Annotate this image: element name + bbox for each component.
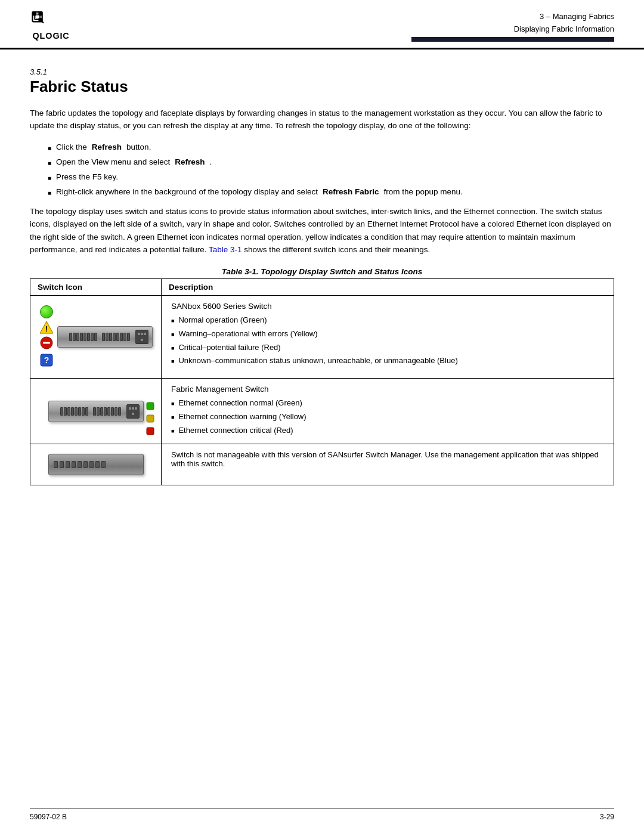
table-row-1: ! bbox=[30, 295, 614, 378]
svg-rect-14 bbox=[147, 402, 154, 410]
desc-title-2: Fabric Management Switch bbox=[171, 385, 604, 394]
eth-green-icon bbox=[146, 402, 154, 412]
doc-number: 59097-02 B bbox=[30, 813, 67, 821]
svg-text:?: ? bbox=[44, 355, 49, 365]
header-accent-bar bbox=[411, 37, 614, 42]
port-panel-2 bbox=[126, 404, 140, 419]
header-right: 3 – Managing Fabrics Displaying Fabric I… bbox=[411, 11, 614, 42]
table-caption: Table 3-1. Topology Display Switch and S… bbox=[30, 267, 614, 276]
small-port-row bbox=[54, 461, 106, 468]
header-chapter: 3 – Managing Fabrics bbox=[411, 11, 614, 23]
svg-rect-11 bbox=[43, 342, 50, 343]
section-title: Fabric Status bbox=[30, 78, 614, 96]
desc-item-1-4: Unknown–communication status unknown, un… bbox=[171, 355, 604, 367]
bullet-3: Press the F5 key. bbox=[48, 171, 614, 184]
desc-cell-3: Switch is not manageable with this versi… bbox=[162, 444, 614, 485]
yellow-warning-icon: ! bbox=[39, 321, 54, 334]
bullet-4: Right-click anywhere in the background o… bbox=[48, 185, 614, 199]
bullet-2: Open the View menu and select Refresh. bbox=[48, 156, 614, 169]
svg-text:QLOGIC: QLOGIC bbox=[33, 31, 70, 41]
logo-area: QLOGIC bbox=[30, 11, 83, 41]
desc-item-1-3: Critical–potential failure (Red) bbox=[171, 342, 604, 354]
qlogic-logo: QLOGIC bbox=[30, 11, 83, 41]
desc-item-2-3: Ethernet connection critical (Red) bbox=[171, 425, 604, 437]
table-row-3: Switch is not manageable with this versi… bbox=[30, 444, 614, 485]
col-switch-icon: Switch Icon bbox=[30, 278, 162, 295]
eth-yellow-icon bbox=[146, 414, 154, 425]
desc-cell-1: SANbox 5600 Series Switch Normal operati… bbox=[162, 295, 614, 378]
section-number: 3.5.1 bbox=[30, 67, 614, 76]
switch-table: Switch Icon Description bbox=[30, 278, 614, 485]
page-number: 3-29 bbox=[600, 813, 614, 821]
switch-chassis-gray bbox=[48, 454, 144, 475]
desc-item-1-2: Warning–operational with errors (Yellow) bbox=[171, 328, 604, 340]
main-content: 3.5.1 Fabric Status The fabric updates t… bbox=[0, 49, 644, 522]
col-description: Description bbox=[162, 278, 614, 295]
desc-item-1-1: Normal operation (Green) bbox=[171, 314, 604, 327]
icon-cell-2 bbox=[30, 378, 162, 444]
red-critical-icon bbox=[40, 336, 53, 351]
switch-chassis-2 bbox=[48, 401, 144, 422]
desc-list-2: Ethernet connection normal (Green) Ether… bbox=[171, 397, 604, 436]
switch-chassis-1 bbox=[57, 326, 153, 348]
table-row-2: Fabric Management Switch Ethernet connec… bbox=[30, 378, 614, 444]
topology-paragraph: The topology display uses switch and sta… bbox=[30, 205, 614, 256]
desc-title-1: SANbox 5600 Series Switch bbox=[171, 302, 604, 311]
svg-rect-16 bbox=[147, 428, 154, 435]
desc-list-1: Normal operation (Green) Warning–operati… bbox=[171, 314, 604, 367]
blue-unknown-icon: ? bbox=[40, 354, 53, 368]
intro-paragraph: The fabric updates the topology and face… bbox=[30, 107, 614, 132]
eth-red-icon bbox=[146, 427, 154, 437]
unmanageable-desc: Switch is not manageable with this versi… bbox=[171, 450, 599, 468]
desc-item-2-2: Ethernet connection warning (Yellow) bbox=[171, 411, 604, 423]
bullet-1: Click the Refresh button. bbox=[48, 141, 614, 154]
desc-cell-2: Fabric Management Switch Ethernet connec… bbox=[162, 378, 614, 444]
svg-rect-15 bbox=[147, 415, 154, 422]
page-footer: 59097-02 B 3-29 bbox=[30, 809, 614, 821]
refresh-bullets: Click the Refresh button. Open the View … bbox=[48, 141, 614, 199]
icon-cell-3 bbox=[30, 444, 162, 485]
svg-text:!: ! bbox=[45, 324, 47, 333]
desc-item-2-1: Ethernet connection normal (Green) bbox=[171, 397, 604, 410]
table-header-row: Switch Icon Description bbox=[30, 278, 614, 295]
icon-cell-1: ! bbox=[30, 295, 162, 378]
header-section: Displaying Fabric Information bbox=[411, 23, 614, 36]
port-panel-1 bbox=[135, 330, 148, 344]
page-header: QLOGIC 3 – Managing Fabrics Displaying F… bbox=[0, 0, 644, 49]
svg-rect-5 bbox=[36, 15, 39, 18]
green-status-icon bbox=[40, 305, 53, 318]
table-ref-link[interactable]: Table 3-1 bbox=[209, 245, 242, 254]
